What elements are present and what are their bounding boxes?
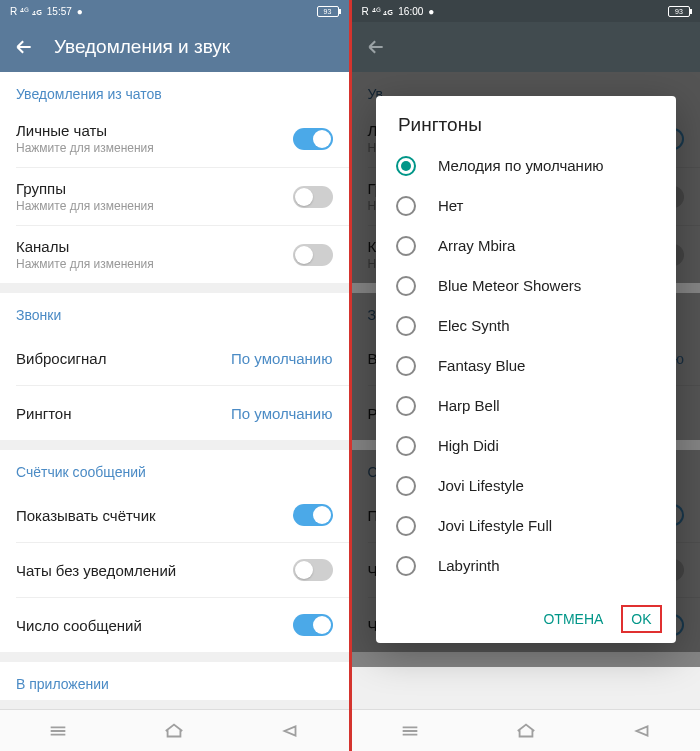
toggle[interactable]	[293, 614, 333, 636]
radio-icon	[396, 156, 416, 176]
toggle[interactable]	[293, 186, 333, 208]
status-bar: R ⁴ᴳ ₄ɢ16:00● 93	[352, 0, 701, 22]
radio-option[interactable]: Нет	[388, 186, 664, 226]
radio-option[interactable]: Jovi Lifestyle Full	[388, 506, 664, 546]
setting-row[interactable]: Каналы Нажмите для изменения	[0, 226, 349, 283]
row-subtitle: Нажмите для изменения	[16, 141, 293, 155]
app-header: Уведомления и звук	[0, 22, 349, 72]
radio-label: High Didi	[438, 437, 499, 454]
section-header-inapp: В приложении	[0, 662, 349, 700]
radio-label: Array Mbira	[438, 237, 516, 254]
dialog-title: Рингтоны	[376, 96, 676, 146]
back-icon[interactable]	[14, 37, 34, 57]
radio-option[interactable]: Jovi Lifestyle	[388, 466, 664, 506]
settings-content-dimmed: Ув ЛН ГрН КаН Зв Вию Ри Сч По Ча Чи Ринг…	[352, 72, 701, 709]
battery-icon: 93	[317, 6, 339, 17]
cancel-button[interactable]: ОТМЕНА	[533, 605, 613, 633]
battery-icon: 93	[668, 6, 690, 17]
toggle[interactable]	[293, 559, 333, 581]
radio-option[interactable]: Elec Synth	[388, 306, 664, 346]
ok-button[interactable]: OK	[621, 605, 661, 633]
menu-icon[interactable]	[47, 720, 69, 742]
row-title: Каналы	[16, 238, 293, 255]
row-title: Вибросигнал	[16, 350, 106, 367]
row-title: Рингтон	[16, 405, 71, 422]
menu-icon[interactable]	[399, 720, 421, 742]
back-icon	[366, 37, 386, 57]
radio-label: Jovi Lifestyle	[438, 477, 524, 494]
row-subtitle: Нажмите для изменения	[16, 199, 293, 213]
radio-option[interactable]: Array Mbira	[388, 226, 664, 266]
back-nav-icon[interactable]	[631, 720, 653, 742]
home-icon[interactable]	[163, 720, 185, 742]
setting-row[interactable]: Группы Нажмите для изменения	[0, 168, 349, 225]
ringtones-dialog: Рингтоны Мелодия по умолчанию Нет Array …	[376, 96, 676, 643]
radio-icon	[396, 436, 416, 456]
radio-label: Fantasy Blue	[438, 357, 526, 374]
back-nav-icon[interactable]	[279, 720, 301, 742]
row-title: Группы	[16, 180, 293, 197]
radio-icon	[396, 476, 416, 496]
dialog-options-list[interactable]: Мелодия по умолчанию Нет Array Mbira Blu…	[376, 146, 676, 595]
radio-option[interactable]: Labyrinth	[388, 546, 664, 586]
setting-row[interactable]: Рингтон По умолчанию	[0, 386, 349, 440]
dialog-overlay[interactable]: Рингтоны Мелодия по умолчанию Нет Array …	[352, 72, 701, 667]
row-title: Чаты без уведомлений	[16, 562, 176, 579]
radio-option[interactable]: Fantasy Blue	[388, 346, 664, 386]
section-header-chats: Уведомления из чатов	[0, 72, 349, 110]
radio-icon	[396, 396, 416, 416]
radio-icon	[396, 556, 416, 576]
home-icon[interactable]	[515, 720, 537, 742]
setting-row[interactable]: Число сообщений	[0, 598, 349, 652]
row-title: Личные чаты	[16, 122, 293, 139]
right-screenshot: R ⁴ᴳ ₄ɢ16:00● 93 Ув ЛН ГрН КаН Зв Вию Ри…	[352, 0, 701, 751]
radio-option[interactable]: High Didi	[388, 426, 664, 466]
nav-bar	[0, 709, 349, 751]
radio-icon	[396, 196, 416, 216]
radio-option[interactable]: Blue Meteor Showers	[388, 266, 664, 306]
radio-label: Elec Synth	[438, 317, 510, 334]
toggle[interactable]	[293, 128, 333, 150]
settings-content: Уведомления из чатов Личные чаты Нажмите…	[0, 72, 349, 709]
row-value: По умолчанию	[231, 350, 332, 367]
radio-option[interactable]: Мелодия по умолчанию	[388, 146, 664, 186]
section-header-counter: Счётчик сообщений	[0, 450, 349, 488]
status-bar: R ⁴ᴳ ₄ɢ15:57● 93	[0, 0, 349, 22]
radio-label: Нет	[438, 197, 464, 214]
app-header	[352, 22, 701, 72]
row-title: Число сообщений	[16, 617, 142, 634]
setting-row[interactable]: Личные чаты Нажмите для изменения	[0, 110, 349, 167]
section-header-calls: Звонки	[0, 293, 349, 331]
nav-bar	[352, 709, 701, 751]
radio-label: Blue Meteor Showers	[438, 277, 581, 294]
left-screenshot: R ⁴ᴳ ₄ɢ15:57● 93 Уведомления и звук Увед…	[0, 0, 352, 751]
radio-icon	[396, 316, 416, 336]
radio-label: Labyrinth	[438, 557, 500, 574]
radio-icon	[396, 356, 416, 376]
radio-label: Мелодия по умолчанию	[438, 157, 604, 174]
setting-row[interactable]: Вибросигнал По умолчанию	[0, 331, 349, 385]
radio-option[interactable]: Limpid Drop	[388, 586, 664, 595]
toggle[interactable]	[293, 244, 333, 266]
radio-option[interactable]: Harp Bell	[388, 386, 664, 426]
header-title: Уведомления и звук	[54, 36, 230, 58]
radio-icon	[396, 276, 416, 296]
radio-icon	[396, 516, 416, 536]
setting-row[interactable]: Чаты без уведомлений	[0, 543, 349, 597]
radio-icon	[396, 236, 416, 256]
setting-row[interactable]: Показывать счётчик	[0, 488, 349, 542]
radio-label: Jovi Lifestyle Full	[438, 517, 552, 534]
row-subtitle: Нажмите для изменения	[16, 257, 293, 271]
toggle[interactable]	[293, 504, 333, 526]
row-value: По умолчанию	[231, 405, 332, 422]
row-title: Показывать счётчик	[16, 507, 156, 524]
radio-label: Harp Bell	[438, 397, 500, 414]
